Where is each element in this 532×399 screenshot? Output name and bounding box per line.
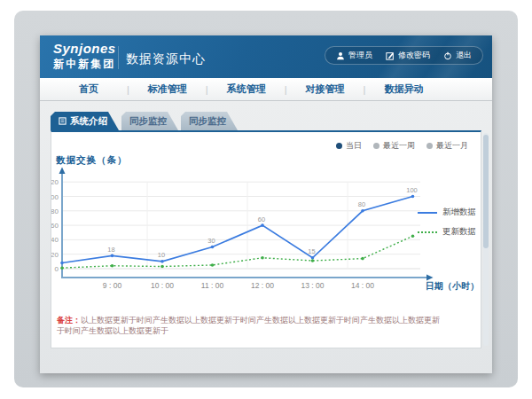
svg-text:100: 100 bbox=[51, 193, 59, 201]
radio-dot-icon bbox=[373, 143, 379, 149]
nav-item-standard-mgmt[interactable]: 标准管理 bbox=[129, 82, 206, 96]
svg-text:60: 60 bbox=[51, 222, 59, 230]
dotted-line-icon bbox=[418, 231, 437, 233]
svg-text:10 : 00: 10 : 00 bbox=[151, 281, 174, 290]
svg-text:60: 60 bbox=[258, 215, 265, 223]
svg-text:100: 100 bbox=[406, 186, 418, 194]
svg-text:18: 18 bbox=[107, 246, 114, 254]
nav-item-system-mgmt[interactable]: 系统管理 bbox=[208, 82, 285, 96]
current-user-button[interactable]: 管理员 bbox=[336, 50, 372, 61]
tab-sync-monitor-1[interactable]: 同步监控 bbox=[121, 112, 178, 130]
edit-icon bbox=[386, 51, 395, 60]
svg-text:120: 120 bbox=[51, 178, 59, 186]
svg-text:9 : 00: 9 : 00 bbox=[103, 281, 122, 290]
radio-label: 最近一周 bbox=[383, 140, 415, 152]
radio-dot-icon bbox=[336, 143, 342, 149]
time-range-filter: 当日 最近一周 最近一月 bbox=[336, 140, 468, 152]
svg-text:15: 15 bbox=[308, 247, 315, 255]
svg-text:12 : 00: 12 : 00 bbox=[251, 281, 274, 290]
svg-text:0: 0 bbox=[55, 265, 59, 273]
nav-item-interface-mgmt[interactable]: 对接管理 bbox=[287, 82, 364, 96]
header-divider bbox=[118, 46, 119, 69]
radio-today[interactable]: 当日 bbox=[336, 140, 362, 152]
app-header: Synjones 新中新集团 数据资源中心 管理员 修改密码 bbox=[40, 35, 492, 78]
gridlines: 020406080100120 bbox=[51, 178, 420, 273]
tab-label: 同步监控 bbox=[129, 115, 167, 128]
y-axis-title: 数据交换（条） bbox=[56, 154, 128, 167]
radio-label: 当日 bbox=[346, 140, 362, 152]
svg-text:日期（小时）: 日期（小时） bbox=[426, 281, 479, 291]
document-icon bbox=[59, 116, 66, 127]
tab-sync-monitor-2[interactable]: 同步监控 bbox=[181, 112, 238, 130]
power-icon bbox=[443, 51, 452, 60]
radio-last-week[interactable]: 最近一周 bbox=[373, 140, 415, 152]
nav-item-home[interactable]: 首页 bbox=[51, 82, 127, 96]
svg-text:40: 40 bbox=[51, 236, 59, 244]
nav-item-data-change[interactable]: 数据异动 bbox=[365, 82, 442, 96]
legend-item-updated-data[interactable]: 更新数据 bbox=[418, 226, 476, 238]
company-logo: Synjones 新中新集团 bbox=[53, 41, 116, 72]
change-password-label: 修改密码 bbox=[398, 50, 430, 61]
legend-item-new-data[interactable]: 新增数据 bbox=[418, 207, 476, 218]
svg-text:20: 20 bbox=[51, 251, 59, 259]
svg-text:80: 80 bbox=[51, 207, 59, 215]
change-password-button[interactable]: 修改密码 bbox=[386, 50, 430, 61]
chart-legend: 新增数据 更新数据 bbox=[418, 207, 476, 238]
main-nav: 首页 | 标准管理 | 系统管理 | 对接管理 | 数据异动 bbox=[40, 78, 492, 101]
app-window: Synjones 新中新集团 数据资源中心 管理员 修改密码 bbox=[40, 35, 492, 373]
tab-system-intro[interactable]: 系统介绍 bbox=[51, 112, 119, 130]
radio-dot-icon bbox=[426, 143, 433, 149]
tab-label: 同步监控 bbox=[189, 115, 226, 128]
svg-text:14 : 00: 14 : 00 bbox=[351, 281, 374, 290]
logo-text-cn: 新中新集团 bbox=[53, 57, 116, 72]
chart-panel: 当日 最近一周 最近一月 数据交换（条） 0204060801001209 : … bbox=[51, 130, 481, 348]
radio-last-month[interactable]: 最近一月 bbox=[426, 140, 468, 152]
scrollbar-thumb[interactable] bbox=[483, 135, 489, 248]
radio-label: 最近一月 bbox=[436, 140, 468, 152]
footnote: 备注：以上数据更新于时间产生数据以上数据更新于时间产生数据以上数据更新于时间产生… bbox=[57, 315, 447, 336]
svg-text:13 : 00: 13 : 00 bbox=[301, 281, 325, 290]
solid-line-icon bbox=[418, 212, 437, 214]
svg-text:10: 10 bbox=[158, 251, 165, 259]
user-label: 管理员 bbox=[348, 50, 372, 61]
desktop-background: Synjones 新中新集团 数据资源中心 管理员 修改密码 bbox=[14, 11, 518, 387]
svg-text:11 : 00: 11 : 00 bbox=[201, 281, 224, 290]
user-toolbar: 管理员 修改密码 退出 bbox=[325, 46, 483, 65]
legend-label: 新增数据 bbox=[442, 207, 476, 218]
tab-bar: 系统介绍 同步监控 同步监控 bbox=[51, 112, 238, 130]
footnote-text: 以上数据更新于时间产生数据以上数据更新于时间产生数据以上数据更新于时间产生数据以… bbox=[57, 316, 440, 335]
vertical-scrollbar bbox=[483, 133, 489, 346]
legend-label: 更新数据 bbox=[442, 226, 476, 238]
page-title: 数据资源中心 bbox=[126, 51, 206, 67]
svg-text:80: 80 bbox=[358, 200, 365, 208]
svg-text:30: 30 bbox=[207, 237, 215, 245]
logout-label: 退出 bbox=[456, 50, 472, 61]
logout-button[interactable]: 退出 bbox=[443, 50, 472, 61]
logo-text-en: Synjones bbox=[53, 41, 116, 56]
tab-label: 系统介绍 bbox=[70, 115, 107, 128]
user-icon bbox=[336, 51, 345, 60]
series: 181030601580100 bbox=[60, 186, 418, 270]
footnote-label: 备注： bbox=[57, 316, 81, 325]
